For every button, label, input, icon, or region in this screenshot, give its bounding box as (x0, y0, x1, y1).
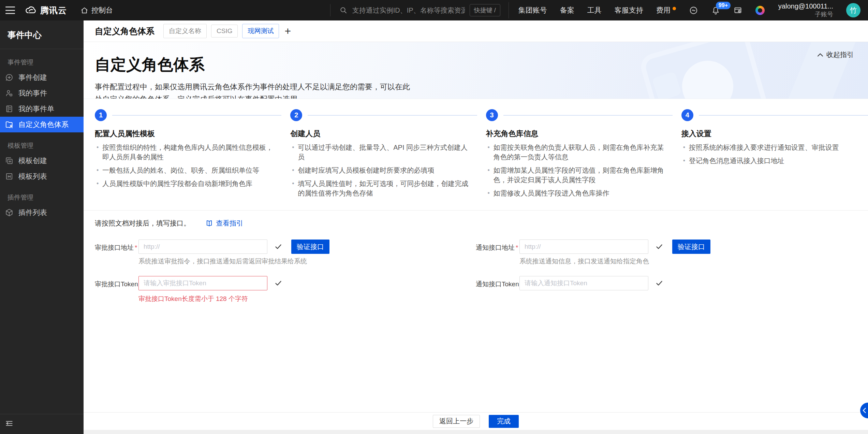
book-icon (205, 219, 213, 227)
notify-token-input[interactable] (519, 276, 648, 290)
step-bullet: 人员属性模版中的属性字段都会自动新增到角色库 (95, 179, 279, 188)
search-input[interactable] (352, 6, 465, 14)
approve-token-input[interactable] (138, 276, 267, 290)
sidebar-section-plugin-mgmt: 插件管理 (0, 184, 84, 205)
back-button[interactable]: 返回上一步 (433, 415, 480, 428)
menu-tools[interactable]: 工具 (587, 5, 602, 15)
sidebar-item-event-create[interactable]: 事件创建 (0, 70, 84, 85)
required-asterisk: * (135, 244, 137, 251)
menu-group-account[interactable]: 集团账号 (518, 5, 547, 15)
event-create-icon (5, 73, 14, 82)
step-3: 3 补充角色库信息 如需按关联角色的负责人获取人员，则需在角色库补充某角色的第一… (486, 109, 673, 198)
guide-banner: 收起指引 自定义角色体系 事件配置过程中，如果仅选用腾讯云角色体系作为事件的处理… (84, 42, 868, 99)
sidebar-item-custom-role-system[interactable]: 自定义角色体系 (0, 117, 84, 132)
check-icon (274, 279, 282, 287)
check-icon (655, 279, 663, 287)
hamburger-menu-icon[interactable] (5, 6, 15, 14)
steps-guide: 1 配置人员属性模板 按照贵组织的特性，构建角色库内人员的属性信息模板，即人员所… (84, 99, 868, 211)
sidebar-section-event-mgmt: 事件管理 (0, 49, 84, 70)
step-bullet: 按照系统的标准接入要求进行通知设置、审批设置 (681, 143, 865, 152)
sidebar-item-label: 插件列表 (18, 208, 47, 217)
console-settings-icon[interactable] (733, 6, 742, 15)
sidebar-item-label: 模板列表 (18, 172, 47, 181)
console-label: 控制台 (91, 5, 113, 15)
tab-csig[interactable]: CSIG (211, 25, 238, 38)
notify-token-label: 通知接口Token (476, 276, 519, 289)
help-icon[interactable] (689, 6, 698, 15)
hero-title: 自定义角色体系 (95, 54, 854, 75)
step-2: 2 创建人员 可以通过手动创建、批量导入、API 同步三种方式创建人员 创建时应… (290, 109, 477, 198)
step-number-badge: 2 (290, 109, 302, 121)
tab-custom-name[interactable]: 自定义名称 (163, 24, 207, 38)
step-bullet: 登记角色消息通讯接入接口地址 (681, 156, 865, 165)
sidebar: 事件中心 事件管理 事件创建 我的事件 我的事件单 (0, 20, 84, 434)
sidebar-item-label: 我的事件单 (18, 104, 54, 114)
collapse-sidebar-icon[interactable] (5, 419, 14, 428)
form-instruction-row: 请按照文档对接后，填写接口。 查看指引 (95, 219, 857, 228)
approve-url-label: 审批接口地址* (95, 240, 138, 252)
tab-live-test[interactable]: 现网测试 (242, 24, 279, 38)
notify-url-label: 通知接口地址* (476, 240, 519, 252)
notify-url-input[interactable] (519, 240, 648, 254)
search-icon (339, 6, 348, 14)
approve-token-field: 审批接口Token 审批接口Token长度需小于 128 个字符 (95, 276, 476, 303)
sidebar-item-label: 事件创建 (18, 73, 47, 82)
notify-url-helper: 系统推送通知信息，接口发送通知给指定角色 (519, 257, 710, 266)
account-info[interactable]: yalong@100011... 子账号 (778, 2, 833, 18)
step-bullet: 如需修改人员属性字段进入角色库操作 (486, 188, 670, 198)
template-list-icon (5, 172, 14, 181)
template-create-icon (5, 156, 14, 165)
approve-url-input[interactable] (138, 240, 267, 254)
menu-icp-filing[interactable]: 备案 (560, 5, 574, 15)
topbar-right: 集团账号 备案 工具 客服支持 费用 99+ (509, 2, 860, 18)
app-window: 腾讯云 控制台 快捷键 / 集团账号 备案 工具 客服支持 费用 (0, 0, 868, 434)
interface-form: 请按照文档对接后，填写接口。 查看指引 (84, 211, 868, 303)
step-connector-line (308, 115, 477, 116)
home-icon (80, 6, 88, 14)
tab-strip: 自定义角色体系 自定义名称 CSIG 现网测试 + (84, 20, 868, 42)
notify-token-field: 通知接口Token (476, 276, 857, 290)
step-title: 补充角色库信息 (486, 129, 673, 139)
step-number-badge: 3 (486, 109, 498, 121)
plugin-list-icon (5, 208, 14, 217)
add-tab-button[interactable]: + (284, 26, 291, 37)
done-button[interactable]: 完成 (489, 415, 519, 428)
verify-approve-url-button[interactable]: 验证接口 (291, 240, 329, 254)
step-bullet: 可以通过手动创建、批量导入、API 同步三种方式创建人员 (290, 143, 474, 162)
sidebar-section-template-mgmt: 模板管理 (0, 132, 84, 153)
check-icon (274, 243, 282, 251)
console-link[interactable]: 控制台 (80, 5, 113, 15)
sidebar-item-template-create[interactable]: 模板创建 (0, 153, 84, 169)
global-search[interactable]: 快捷键 / (330, 4, 500, 16)
hero-description: 事件配置过程中，如果仅选用腾讯云角色体系作为事件的处理人不足以满足您的需要，可以… (95, 81, 417, 99)
menu-support[interactable]: 客服支持 (615, 5, 643, 15)
wizard-footer: 返回上一步 完成 (84, 412, 868, 430)
sidebar-footer (0, 414, 84, 434)
menu-billing[interactable]: 费用 (656, 5, 676, 15)
sidebar-item-my-events[interactable]: 我的事件 (0, 85, 84, 101)
approve-url-field: 审批接口地址* 验证接口 (95, 240, 476, 266)
step-bullet: 按照贵组织的特性，构建角色库内人员的属性信息模板，即人员所具备的属性 (95, 143, 279, 162)
sidebar-item-my-tickets[interactable]: 我的事件单 (0, 101, 84, 117)
app-center-icon[interactable] (755, 6, 765, 15)
step-1: 1 配置人员属性模板 按照贵组织的特性，构建角色库内人员的属性信息模板，即人员所… (95, 109, 281, 198)
sidebar-item-label: 我的事件 (18, 88, 47, 98)
step-bullet: 如需增加某人员属性字段的可选值，则需在角色库新增角色，并设定归属于该人员属性字段 (486, 165, 670, 185)
my-tickets-icon (5, 104, 14, 113)
step-bullet: 一般包括人员的姓名、岗位、职务、所属组织单位等 (95, 165, 279, 175)
avatar[interactable]: 竹 (846, 3, 860, 17)
tencent-cloud-logo[interactable]: 腾讯云 (25, 4, 67, 16)
sidebar-item-template-list[interactable]: 模板列表 (0, 169, 84, 184)
chevron-left-icon (862, 407, 867, 414)
topbar-left: 腾讯云 控制台 (5, 4, 113, 16)
sidebar-item-label: 模板创建 (18, 156, 47, 165)
step-number-badge: 4 (681, 109, 693, 121)
step-connector-line (112, 115, 281, 116)
verify-notify-url-button[interactable]: 验证接口 (672, 240, 710, 254)
required-asterisk: * (516, 244, 518, 251)
step-bullet: 创建时应填写人员模板创建时所要求的必填项 (290, 165, 474, 175)
notification-bell-icon[interactable]: 99+ (711, 6, 720, 15)
sidebar-item-plugin-list[interactable]: 插件列表 (0, 205, 84, 220)
my-events-icon (5, 89, 14, 98)
view-guide-link[interactable]: 查看指引 (205, 219, 243, 228)
